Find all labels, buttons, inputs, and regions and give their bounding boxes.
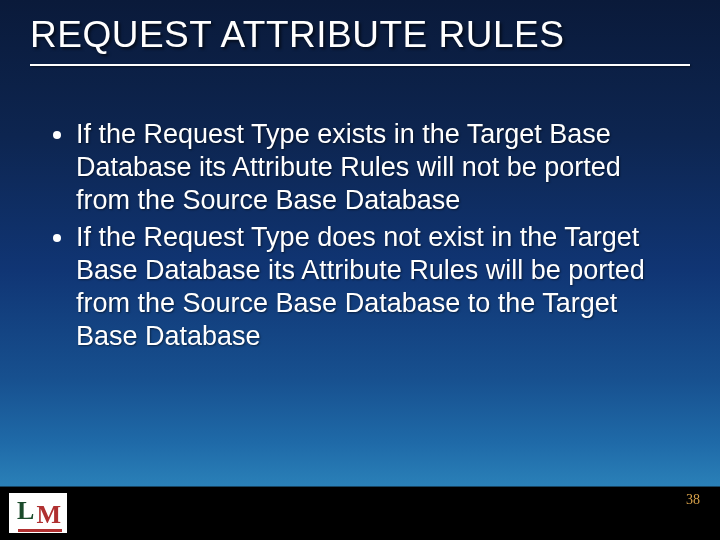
slide-body: If the Request Type exists in the Target… — [48, 118, 680, 357]
logo-inner: L M — [15, 498, 61, 528]
slide: REQUEST ATTRIBUTE RULES If the Request T… — [0, 0, 720, 540]
logo: L M — [8, 492, 68, 534]
title-underline — [30, 64, 690, 66]
slide-title: REQUEST ATTRIBUTE RULES — [30, 14, 690, 56]
logo-letter-l: L — [17, 498, 34, 524]
bullet-item: If the Request Type exists in the Target… — [76, 118, 680, 217]
logo-letter-m: M — [36, 502, 61, 528]
bullet-list: If the Request Type exists in the Target… — [48, 118, 680, 353]
logo-bar — [18, 529, 62, 532]
page-number: 38 — [686, 492, 700, 508]
bullet-item: If the Request Type does not exist in th… — [76, 221, 680, 353]
